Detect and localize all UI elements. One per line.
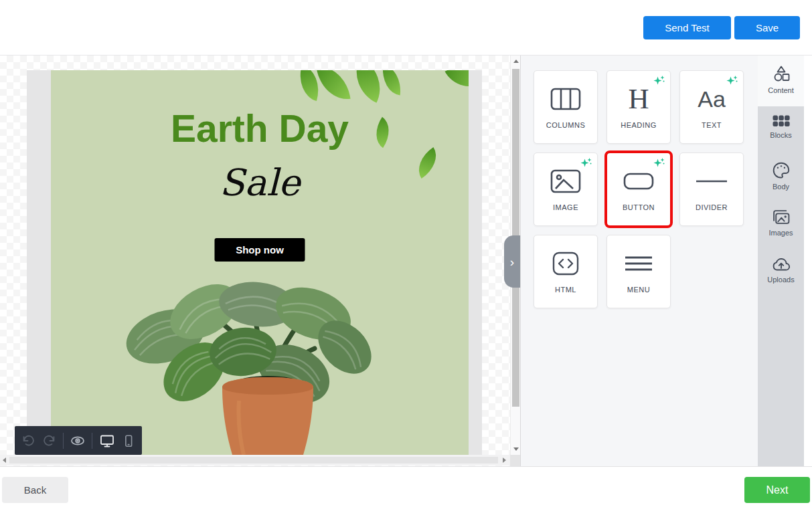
shapes-icon [772, 64, 791, 83]
scroll-left-arrow-icon[interactable] [3, 458, 6, 463]
ai-sparkle-icon [726, 75, 738, 87]
ai-sparkle-icon [653, 75, 665, 87]
desktop-icon [99, 433, 115, 449]
block-tile-button[interactable]: BUTTON [606, 153, 671, 226]
scroll-down-arrow-icon[interactable] [513, 447, 519, 451]
block-tile-text[interactable]: Aa TEXT [679, 70, 744, 144]
content-blocks-panel: COLUMNS H HEADING Aa TEXT IMAGE [520, 56, 758, 466]
sidebar-tabs: Content Blocks Body Images Uploads [758, 56, 804, 466]
divider-icon [696, 179, 728, 183]
tile-label: HEADING [621, 121, 657, 129]
undo-button[interactable] [21, 433, 35, 448]
leaf-decoration [316, 70, 350, 103]
save-button[interactable]: Save [734, 16, 800, 39]
ai-sparkle-icon [653, 157, 665, 169]
horizontal-scrollbar[interactable] [0, 455, 510, 466]
tab-images[interactable]: Images [758, 208, 804, 237]
tile-label: HTML [555, 286, 576, 294]
mobile-view-button[interactable] [121, 433, 136, 448]
blocks-grid-icon [772, 114, 791, 128]
upload-cloud-icon [771, 256, 791, 272]
back-button[interactable]: Back [2, 477, 68, 503]
tab-content[interactable]: Content [758, 64, 804, 94]
redo-button[interactable] [42, 433, 57, 448]
tab-label: Content [768, 86, 794, 94]
email-script-heading[interactable]: Sale [51, 161, 469, 204]
horizontal-scrollbar-thumb[interactable] [9, 457, 498, 464]
tab-label: Images [768, 229, 793, 237]
block-tile-image[interactable]: IMAGE [534, 153, 598, 226]
block-tile-grid: COLUMNS H HEADING Aa TEXT IMAGE [534, 70, 744, 308]
next-button[interactable]: Next [744, 477, 810, 503]
tile-label: BUTTON [623, 203, 655, 211]
tile-label: COLUMNS [546, 121, 586, 129]
block-tile-heading[interactable]: H HEADING [606, 70, 671, 144]
leaf-decoration [380, 70, 403, 95]
tab-uploads[interactable]: Uploads [758, 256, 804, 284]
chevron-right-icon: › [510, 256, 514, 268]
leaf-decoration [444, 70, 469, 98]
toolbar-divider [92, 433, 92, 449]
canvas-toolbar [15, 426, 142, 455]
block-tile-columns[interactable]: COLUMNS [534, 70, 598, 144]
image-icon [550, 169, 581, 193]
preview-button[interactable] [70, 433, 86, 449]
block-tile-html[interactable]: HTML [534, 235, 598, 308]
tab-body[interactable]: Body [758, 161, 804, 191]
tile-label: TEXT [702, 121, 722, 129]
block-tile-menu[interactable]: MENU [606, 235, 671, 308]
menu-icon [625, 255, 653, 272]
email-body[interactable]: Earth Day Sale Shop now [51, 70, 469, 455]
email-preview-frame[interactable]: Earth Day Sale Shop now [27, 70, 482, 455]
main-area: Earth Day Sale Shop now [0, 56, 812, 466]
preview-eye-icon [70, 433, 86, 449]
ai-sparkle-icon [580, 157, 592, 169]
scroll-up-arrow-icon[interactable] [513, 60, 519, 63]
send-test-button[interactable]: Send Test [643, 16, 731, 39]
scrollbar-corner [510, 455, 520, 466]
tile-label: IMAGE [553, 203, 578, 211]
toolbar-divider [63, 433, 64, 449]
tab-label: Body [773, 183, 789, 191]
html-icon [551, 251, 580, 276]
palette-icon [772, 161, 791, 179]
scroll-right-arrow-icon[interactable] [503, 458, 506, 463]
columns-icon [550, 88, 581, 110]
heading-icon: H [628, 86, 649, 112]
tile-label: MENU [627, 286, 650, 294]
plant-image [124, 282, 378, 455]
tile-label: DIVIDER [696, 203, 728, 211]
bottom-bar: Back Next [0, 466, 812, 505]
tab-blocks[interactable]: Blocks [758, 114, 804, 139]
top-bar: Send Test Save [0, 0, 812, 56]
email-heading[interactable]: Earth Day [51, 106, 469, 150]
shop-now-button[interactable]: Shop now [215, 238, 305, 262]
block-tile-divider[interactable]: DIVIDER [679, 153, 744, 226]
panel-collapse-handle[interactable]: › [504, 235, 520, 288]
tab-label: Blocks [770, 131, 791, 139]
undo-icon [21, 433, 35, 448]
text-icon: Aa [698, 86, 726, 112]
images-icon [772, 208, 791, 225]
tab-label: Uploads [767, 276, 794, 284]
button-icon [623, 172, 654, 191]
design-canvas[interactable]: Earth Day Sale Shop now [0, 56, 520, 466]
redo-icon [42, 433, 57, 448]
mobile-icon [121, 433, 136, 448]
desktop-view-button[interactable] [99, 433, 115, 449]
